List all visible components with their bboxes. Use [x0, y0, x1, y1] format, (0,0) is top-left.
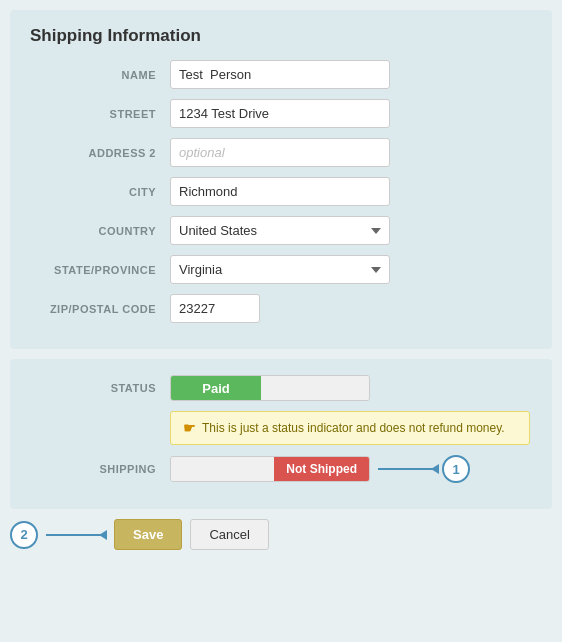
- arrow1-line: [378, 468, 438, 470]
- address2-label: ADDRESS 2: [30, 147, 170, 159]
- street-row: STREET: [30, 99, 532, 128]
- status-label: STATUS: [30, 382, 170, 394]
- country-label: COUNTRY: [30, 225, 170, 237]
- arrow2-line: [46, 534, 106, 536]
- city-row: CITY: [30, 177, 532, 206]
- alert-box: ☛ This is just a status indicator and do…: [170, 411, 530, 445]
- paid-badge: Paid: [171, 376, 261, 400]
- country-select[interactable]: United States Canada United Kingdom: [170, 216, 390, 245]
- state-row: STATE/PROVINCE Virginia California New Y…: [30, 255, 532, 284]
- not-shipped-badge: Not Shipped: [274, 457, 369, 481]
- name-label: NAME: [30, 69, 170, 81]
- zip-row: ZIP/POSTAL CODE: [30, 294, 532, 323]
- city-label: CITY: [30, 186, 170, 198]
- status-bar: Paid: [170, 375, 370, 401]
- zip-input[interactable]: [170, 294, 260, 323]
- shipping-row: SHIPPING Not Shipped 1: [30, 455, 532, 483]
- status-rest: [261, 376, 369, 400]
- city-input[interactable]: [170, 177, 390, 206]
- shipping-bar-container: Not Shipped 1: [170, 455, 470, 483]
- status-bar-container: Paid: [170, 375, 370, 401]
- circle-2: 2: [10, 521, 38, 549]
- shipping-label: SHIPPING: [30, 463, 170, 475]
- zip-label: ZIP/POSTAL CODE: [30, 303, 170, 315]
- circle-1: 1: [442, 455, 470, 483]
- shipping-info-section: Shipping Information NAME STREET ADDRESS…: [10, 10, 552, 349]
- section-title: Shipping Information: [30, 26, 532, 46]
- cancel-button[interactable]: Cancel: [190, 519, 268, 550]
- country-row: COUNTRY United States Canada United King…: [30, 216, 532, 245]
- alert-text: This is just a status indicator and does…: [202, 421, 505, 435]
- shipping-bar: Not Shipped: [170, 456, 370, 482]
- status-row: STATUS Paid: [30, 375, 532, 401]
- status-section: STATUS Paid ☛ This is just a status indi…: [10, 359, 552, 509]
- arrow1-container: 1: [378, 455, 470, 483]
- alert-icon: ☛: [183, 420, 196, 436]
- address2-row: ADDRESS 2: [30, 138, 532, 167]
- street-label: STREET: [30, 108, 170, 120]
- buttons-row: 2 Save Cancel: [10, 519, 552, 550]
- save-button[interactable]: Save: [114, 519, 182, 550]
- state-select[interactable]: Virginia California New York: [170, 255, 390, 284]
- state-label: STATE/PROVINCE: [30, 264, 170, 276]
- street-input[interactable]: [170, 99, 390, 128]
- address2-input[interactable]: [170, 138, 390, 167]
- shipping-empty: [171, 457, 274, 481]
- name-input[interactable]: [170, 60, 390, 89]
- name-row: NAME: [30, 60, 532, 89]
